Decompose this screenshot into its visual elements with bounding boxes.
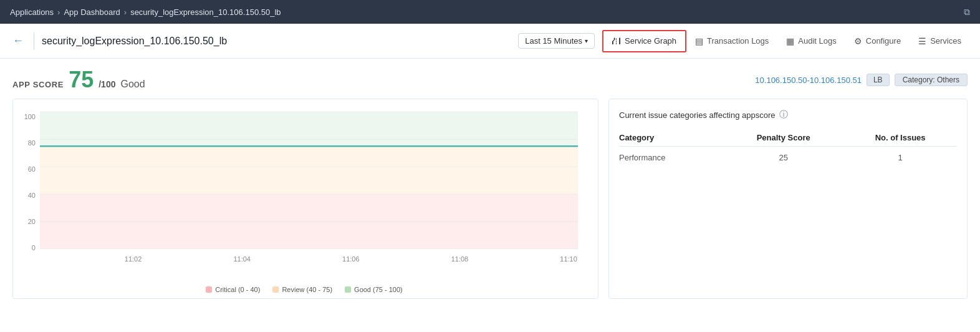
col-category: Category	[619, 129, 723, 147]
issues-title: Current issue categories affecting appsc…	[619, 109, 957, 120]
legend-review-label: Review (40 - 75)	[282, 286, 332, 293]
audit-logs-icon: ▦	[786, 36, 794, 46]
svg-text:60: 60	[28, 165, 36, 173]
services-icon: ☰	[918, 36, 926, 46]
legend-critical-label: Critical (0 - 40)	[215, 286, 260, 293]
svg-text:11:02: 11:02	[125, 255, 142, 263]
svg-text:11:08: 11:08	[451, 255, 468, 263]
svg-text:80: 80	[28, 139, 36, 147]
issues-table-header: Category Penalty Score No. of Issues	[619, 129, 957, 147]
app-score-max: /100	[98, 79, 115, 89]
tab-audit-logs[interactable]: ▦ Audit Logs	[777, 31, 845, 51]
cell-category: Performance	[619, 147, 723, 169]
tab-services[interactable]: ☰ Services	[910, 31, 970, 51]
cell-penalty: 25	[723, 147, 843, 169]
lb-badge: LB	[867, 74, 890, 86]
transaction-logs-icon: ▤	[695, 36, 703, 46]
tab-services-label: Services	[930, 36, 961, 46]
external-link-icon[interactable]: ⧉	[964, 7, 970, 17]
legend-review-color	[272, 286, 279, 293]
breadcrumb: Applications › App Dashboard › security_…	[10, 7, 281, 17]
issues-panel: Current issue categories affecting appsc…	[608, 99, 968, 299]
time-selector-label: Last 15 Minutes	[525, 36, 582, 46]
tab-service-graph[interactable]: ⛙ Service Graph	[602, 30, 686, 52]
breadcrumb-bar: Applications › App Dashboard › security_…	[0, 0, 980, 24]
app-score-row: APP SCORE 75 /100 Good 10.106.150.50-10.…	[12, 69, 968, 91]
chart-legend: Critical (0 - 40) Review (40 - 75) Good …	[18, 286, 590, 293]
svg-text:0: 0	[32, 244, 36, 251]
table-row: Performance 25 1	[619, 147, 957, 169]
nav-tabs: ⛙ Service Graph ▤ Transaction Logs ▦ Aud…	[602, 30, 970, 52]
back-button[interactable]: ←	[10, 34, 26, 47]
legend-critical-color	[206, 286, 212, 293]
svg-text:100: 100	[24, 113, 36, 120]
svg-text:11:06: 11:06	[342, 255, 359, 263]
service-graph-icon: ⛙	[612, 36, 621, 46]
svg-text:11:04: 11:04	[233, 255, 250, 263]
ip-address-link[interactable]: 10.106.150.50-10.106.150.51	[755, 76, 862, 85]
col-issues: No. of Issues	[843, 129, 957, 147]
tab-audit-logs-label: Audit Logs	[798, 36, 836, 46]
content-area: APP SCORE 75 /100 Good 10.106.150.50-10.…	[0, 59, 980, 309]
breadcrumb-dashboard[interactable]: App Dashboard	[64, 7, 120, 17]
tab-transaction-logs[interactable]: ▤ Transaction Logs	[686, 31, 777, 51]
breadcrumb-current: security_logExpression_10.106.150.50_lb	[130, 7, 281, 17]
header-divider	[34, 32, 34, 50]
cell-issues: 1	[843, 147, 957, 169]
issues-table: Category Penalty Score No. of Issues Per…	[619, 129, 957, 168]
tab-configure-label: Configure	[866, 36, 901, 46]
svg-rect-7	[40, 147, 578, 194]
svg-text:40: 40	[28, 192, 36, 199]
chart-container: 100 80 60 40 20 0	[12, 99, 598, 299]
legend-critical: Critical (0 - 40)	[206, 286, 260, 293]
col-penalty: Penalty Score	[723, 129, 843, 147]
breadcrumb-applications[interactable]: Applications	[10, 7, 54, 17]
configure-icon: ⚙	[854, 36, 862, 46]
legend-review: Review (40 - 75)	[272, 286, 332, 293]
info-icon[interactable]: ⓘ	[779, 109, 788, 120]
app-score-left: APP SCORE 75 /100 Good	[12, 69, 145, 91]
app-score-status: Good	[120, 79, 145, 90]
main-layout: 100 80 60 40 20 0	[12, 99, 968, 299]
time-selector[interactable]: Last 15 Minutes ▾	[518, 33, 595, 49]
tab-service-graph-label: Service Graph	[625, 36, 676, 46]
header-row: ← security_logExpression_10.106.150.50_l…	[0, 24, 980, 59]
tab-configure[interactable]: ⚙ Configure	[845, 31, 910, 51]
breadcrumb-sep-1: ›	[57, 7, 60, 17]
app-score-label: APP SCORE	[12, 80, 64, 89]
legend-good-label: Good (75 - 100)	[354, 286, 403, 293]
svg-rect-6	[40, 112, 578, 146]
category-badge: Category: Others	[895, 74, 968, 86]
app-score-right: 10.106.150.50-10.106.150.51 LB Category:…	[755, 74, 968, 86]
page-title: security_logExpression_10.106.150.50_lb	[42, 36, 511, 47]
breadcrumb-sep-2: ›	[124, 7, 127, 17]
issues-title-text: Current issue categories affecting appsc…	[619, 110, 776, 120]
chevron-down-icon: ▾	[585, 37, 588, 44]
svg-text:11:10: 11:10	[560, 255, 577, 263]
tab-transaction-logs-label: Transaction Logs	[707, 36, 769, 46]
legend-good-color	[345, 286, 351, 293]
legend-good: Good (75 - 100)	[345, 286, 403, 293]
app-score-value: 75	[69, 69, 94, 91]
svg-text:20: 20	[28, 218, 36, 225]
chart-svg: 100 80 60 40 20 0	[18, 107, 590, 283]
